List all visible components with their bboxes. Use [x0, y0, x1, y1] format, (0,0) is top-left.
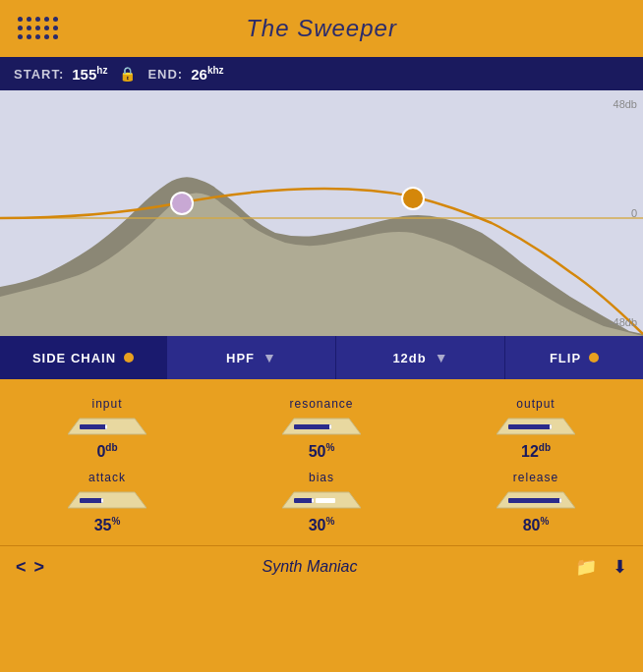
bias-knob-group: bias 30% — [263, 471, 380, 534]
flip-button[interactable]: FLIP — [505, 336, 643, 379]
release-value: 80% — [523, 516, 550, 534]
logo — [18, 17, 59, 40]
attack-knob-group: attack 35% — [48, 471, 166, 534]
attack-slider[interactable] — [68, 488, 146, 512]
resonance-label: resonance — [289, 397, 353, 411]
output-label: output — [516, 397, 555, 411]
header: The Sweeper — [0, 0, 643, 57]
app-title: The Sweeper — [246, 15, 397, 42]
release-label: release — [513, 471, 558, 484]
input-knob-group: input 0db — [48, 397, 166, 461]
svg-rect-21 — [559, 498, 561, 503]
footer-nav: < > — [16, 557, 44, 578]
side-chain-indicator — [124, 353, 134, 363]
output-value: 12db — [521, 442, 551, 461]
bias-value: 30% — [309, 516, 335, 534]
release-knob-group: release 80% — [477, 471, 595, 534]
db-bot-label: -48db — [610, 316, 637, 328]
knobs-area: input 0db resonance 50% — [0, 379, 643, 545]
attack-value: 35% — [94, 516, 121, 534]
input-slider[interactable] — [68, 415, 146, 438]
db-dropdown-icon: ▼ — [435, 350, 448, 365]
svg-rect-17 — [312, 498, 314, 503]
footer: < > Synth Maniac 📁 ⬇ — [0, 545, 643, 588]
preset-name: Synth Maniac — [263, 558, 358, 576]
hpf-selector[interactable]: HPF ▼ — [167, 336, 336, 379]
svg-rect-16 — [294, 498, 314, 503]
release-slider[interactable] — [497, 488, 575, 512]
svg-rect-4 — [80, 424, 107, 429]
lock-icon[interactable]: 🔒 — [119, 66, 136, 82]
svg-rect-18 — [316, 498, 335, 503]
end-label: END: — [147, 67, 183, 82]
start-value[interactable]: 155hz — [72, 65, 107, 83]
next-button[interactable]: > — [34, 557, 45, 578]
resonance-knob-group: resonance 50% — [263, 397, 380, 461]
params-bar: START: 155hz 🔒 END: 26khz — [0, 57, 643, 90]
db-selector[interactable]: 12db ▼ — [336, 336, 505, 379]
db-top-label: 48db — [614, 98, 637, 110]
svg-rect-13 — [80, 498, 103, 503]
svg-rect-10 — [508, 424, 552, 429]
input-label: input — [91, 397, 122, 411]
attack-label: attack — [88, 471, 126, 484]
svg-point-1 — [171, 193, 193, 214]
svg-rect-7 — [294, 424, 331, 429]
flip-indicator — [589, 353, 599, 363]
start-label: START: — [14, 67, 64, 82]
visualizer[interactable]: 48db 0 -48db — [0, 90, 643, 336]
controls-bar: SIDE CHAIN HPF ▼ 12db ▼ FLIP — [0, 336, 643, 379]
prev-button[interactable]: < — [16, 557, 27, 578]
svg-rect-14 — [101, 498, 103, 503]
svg-rect-8 — [329, 424, 331, 429]
bias-label: bias — [309, 471, 334, 484]
output-knob-group: output 12db — [477, 397, 595, 461]
resonance-value: 50% — [309, 442, 335, 461]
svg-rect-5 — [105, 424, 107, 429]
folder-icon[interactable]: 📁 — [575, 556, 597, 578]
side-chain-button[interactable]: SIDE CHAIN — [0, 336, 167, 379]
output-slider[interactable] — [497, 415, 575, 438]
input-value: 0db — [96, 442, 117, 461]
knobs-row-2: attack 35% bias 30% — [0, 471, 643, 534]
resonance-slider[interactable] — [282, 415, 361, 438]
svg-point-2 — [402, 188, 424, 209]
end-value[interactable]: 26khz — [191, 65, 223, 83]
svg-rect-20 — [508, 498, 561, 503]
knobs-row-1: input 0db resonance 50% — [0, 397, 643, 461]
footer-icons: 📁 ⬇ — [575, 556, 627, 578]
db-mid-label: 0 — [631, 207, 637, 219]
download-icon[interactable]: ⬇ — [613, 556, 627, 578]
bias-slider[interactable] — [282, 488, 361, 512]
svg-rect-11 — [550, 424, 552, 429]
hpf-dropdown-icon: ▼ — [263, 350, 276, 365]
